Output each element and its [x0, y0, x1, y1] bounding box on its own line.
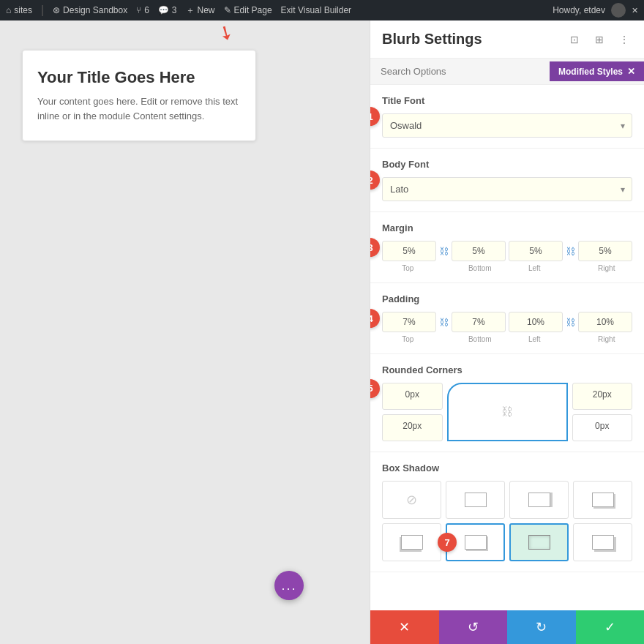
more-options-icon[interactable]: ⋮ [616, 31, 632, 48]
topbar-comments[interactable]: 💬 3 [158, 5, 177, 15]
panel-body: 1 Title Font Oswald Lato Open Sans ▾ 2 B… [370, 85, 644, 610]
margin-section: 3 Margin 5% ⛓ 5% 5% ⛓ 5% Top Bottom Left… [370, 212, 644, 283]
topbar-sites[interactable]: ⌂ sites [6, 5, 32, 15]
padding-sub-labels: Top Bottom Left Right [382, 335, 632, 343]
step-badge-1: 1 [370, 107, 380, 126]
module-card: Your Title Goes Here Your content goes h… [22, 50, 256, 141]
padding-bottom-label: Bottom [454, 335, 506, 343]
shadow-option-7-selected[interactable] [509, 523, 569, 561]
corner-link-icon: ⛓ [501, 405, 513, 419]
title-font-label: Title Font [382, 95, 632, 106]
padding-right[interactable]: 10% [578, 312, 632, 332]
shadow-option-5[interactable] [382, 523, 441, 561]
margin-left[interactable]: 5% [509, 241, 563, 261]
canvas-area: ➘ Your Title Goes Here Your content goes… [0, 20, 370, 644]
topbar-new[interactable]: ＋ New [186, 4, 215, 17]
title-font-select-wrapper: Oswald Lato Open Sans ▾ [382, 113, 632, 138]
comment-icon: 💬 [158, 5, 169, 15]
corner-center-visual[interactable]: ⛓ [447, 383, 568, 441]
margin-right-label: Right [581, 264, 633, 272]
margin-left-label: Left [509, 264, 561, 272]
margin-bottom[interactable]: 5% [452, 241, 506, 261]
margin-top[interactable]: 5% [382, 241, 436, 261]
topbar-sandbox[interactable]: ⊛ Design Sandbox [53, 5, 127, 15]
padding-link-lr[interactable]: ⛓ [566, 317, 575, 328]
pencil-icon: ✎ [224, 5, 231, 15]
panel-header: Blurb Settings ⊡ ⊞ ⋮ [370, 20, 644, 59]
step-badge-7: 7 [438, 533, 457, 552]
modified-styles-close[interactable]: ✕ [627, 66, 635, 77]
padding-left[interactable]: 10% [509, 312, 563, 332]
margin-link-lr[interactable]: ⛓ [566, 246, 575, 257]
padding-link-tb[interactable]: ⛓ [439, 317, 449, 328]
margin-right[interactable]: 5% [578, 241, 632, 261]
corner-bottom-left[interactable]: 20px [382, 414, 443, 441]
module-title: Your Title Goes Here [37, 68, 241, 87]
topbar-exit-builder[interactable]: Exit Visual Builder [281, 5, 352, 15]
columns-icon[interactable]: ⊞ [591, 31, 607, 48]
panel-header-icons: ⊡ ⊞ ⋮ [566, 31, 632, 48]
margin-label: Margin [382, 222, 632, 233]
body-font-select[interactable]: Lato Oswald Open Sans [382, 177, 632, 201]
shadow-preview-4 [592, 493, 614, 507]
padding-section: 4 Padding 7% ⛓ 7% 10% ⛓ 10% Top Bottom L… [370, 283, 644, 354]
box-shadow-label: Box Shadow [382, 463, 632, 473]
shadow-option-6-active[interactable]: 7 [446, 523, 505, 561]
padding-top-label: Top [382, 335, 434, 343]
title-font-select[interactable]: Oswald Lato Open Sans [382, 113, 632, 138]
search-input[interactable] [370, 59, 550, 84]
shadow-options-row1: ⊘ [382, 481, 632, 519]
topbar-close-icon[interactable]: ✕ [632, 6, 638, 15]
reset-button[interactable]: ↺ [439, 610, 508, 644]
corners-grid: 0px ⛓ 20px 20px 0px [382, 383, 632, 441]
padding-inputs: 7% ⛓ 7% 10% ⛓ 10% [382, 312, 632, 332]
corner-bottom-right[interactable]: 0px [572, 414, 633, 441]
arrow-indicator: ➘ [214, 20, 239, 47]
topbar-right: Howdy, etdev ✕ [553, 3, 638, 18]
shadow-option-8[interactable] [573, 523, 632, 561]
margin-link-tb[interactable]: ⛓ [439, 246, 449, 257]
topbar: ⌂ sites | ⊛ Design Sandbox ⑂ 6 💬 3 ＋ New… [0, 0, 644, 20]
save-button[interactable]: ✓ [576, 610, 645, 644]
shadow-option-3[interactable] [509, 481, 569, 519]
title-font-section: 1 Title Font Oswald Lato Open Sans ▾ [370, 85, 644, 149]
shadow-options-row2: 7 [382, 523, 632, 561]
cancel-button[interactable]: ✕ [370, 610, 439, 644]
shadow-preview-7 [528, 535, 550, 550]
padding-top[interactable]: 7% [382, 312, 436, 332]
shadow-option-none[interactable]: ⊘ [382, 481, 441, 519]
panel-title: Blurb Settings [382, 31, 482, 48]
step-badge-4: 4 [370, 309, 380, 328]
corner-top-right[interactable]: 20px [572, 383, 633, 410]
body-font-select-wrapper: Lato Oswald Open Sans ▾ [382, 177, 632, 201]
step-badge-2: 2 [370, 171, 380, 190]
settings-panel: Blurb Settings ⊡ ⊞ ⋮ Modified Styles ✕ 1… [370, 20, 644, 644]
topbar-edit-page[interactable]: ✎ Edit Page [224, 5, 272, 15]
slash-circle-icon: ⊘ [406, 492, 417, 508]
padding-label: Padding [382, 293, 632, 304]
main-layout: ➘ Your Title Goes Here Your content goes… [0, 20, 644, 644]
topbar-forks[interactable]: ⑂ 6 [136, 5, 149, 15]
margin-sub-labels: Top Bottom Left Right [382, 264, 632, 272]
step-badge-3: 3 [370, 238, 380, 257]
body-font-label: Body Font [382, 159, 632, 170]
padding-left-label: Left [509, 335, 561, 343]
shadow-preview-5 [401, 535, 423, 550]
padding-right-label: Right [581, 335, 633, 343]
padding-bottom[interactable]: 7% [452, 312, 506, 332]
corner-top-left[interactable]: 0px [382, 383, 443, 410]
expand-icon[interactable]: ⊡ [566, 31, 583, 48]
shadow-option-4[interactable] [573, 481, 632, 519]
shadow-option-2[interactable] [446, 481, 505, 519]
box-shadow-section: Box Shadow ⊘ [370, 452, 644, 572]
margin-top-label: Top [382, 264, 434, 272]
redo-button[interactable]: ↻ [507, 610, 576, 644]
avatar [611, 3, 626, 18]
floating-action-button[interactable]: ... [274, 571, 304, 600]
shadow-preview-8 [592, 535, 614, 550]
shadow-preview-3 [528, 493, 550, 507]
search-bar: Modified Styles ✕ [370, 59, 644, 85]
margin-inputs: 5% ⛓ 5% 5% ⛓ 5% [382, 241, 632, 261]
shadow-preview-2 [465, 493, 487, 507]
margin-bottom-label: Bottom [454, 264, 506, 272]
